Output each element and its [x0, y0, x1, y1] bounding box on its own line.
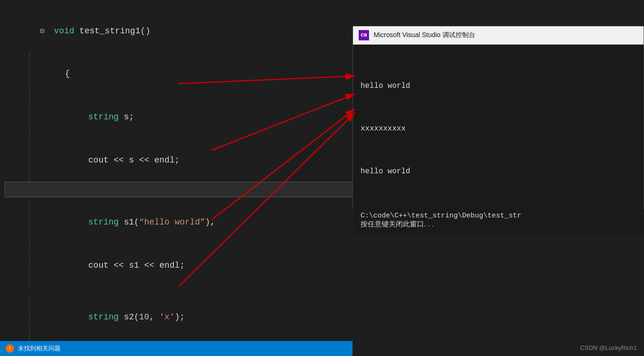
- watermark: CSDN @LuckyRich1: [580, 344, 637, 351]
- output-line-2: xxxxxxxxxx: [361, 122, 636, 136]
- code-editor: ⊟ void test_string1() { string s; cout <…: [0, 0, 353, 356]
- status-bar: ! 未找到相关问题: [0, 341, 353, 356]
- code-line-7: string s1(“hello world”),: [9, 201, 353, 244]
- code-line-10: string s2(10, 'x');: [9, 295, 353, 339]
- console-titlebar: CN Microsoft Visual Studio 调试控制台: [353, 26, 644, 45]
- status-text: 未找到相关问题: [18, 344, 61, 353]
- debug-console: CN Microsoft Visual Studio 调试控制台 hello w…: [353, 26, 644, 209]
- code-line-5: [5, 182, 357, 197]
- code-line-2: {: [9, 53, 353, 96]
- console-output: hello world xxxxxxxxxx hello world: [361, 50, 636, 207]
- code-line-blank2: [9, 287, 353, 295]
- console-path: C:\code\C++\test_string\Debug\test_str: [361, 212, 636, 220]
- code-line-1: ⊟ void test_string1(): [9, 9, 353, 53]
- status-icon: !: [6, 344, 14, 353]
- gutter-1: ⊟: [9, 9, 24, 53]
- code-line-3: string s;: [9, 96, 353, 139]
- output-line-3: hello world: [361, 164, 636, 178]
- console-title: Microsoft Visual Studio 调试控制台: [374, 31, 475, 39]
- code-line-blank1: [9, 197, 353, 201]
- code-line-8: cout << s1 << endl;: [9, 244, 353, 287]
- console-body: hello world xxxxxxxxxx hello world C:\co…: [353, 45, 644, 234]
- output-line-1: hello world: [361, 79, 636, 93]
- console-close-msg: 按任意键关闭此窗口. . .: [361, 220, 636, 229]
- console-icon: CN: [359, 30, 369, 40]
- code-line-4: cout << s << endl;: [9, 139, 353, 182]
